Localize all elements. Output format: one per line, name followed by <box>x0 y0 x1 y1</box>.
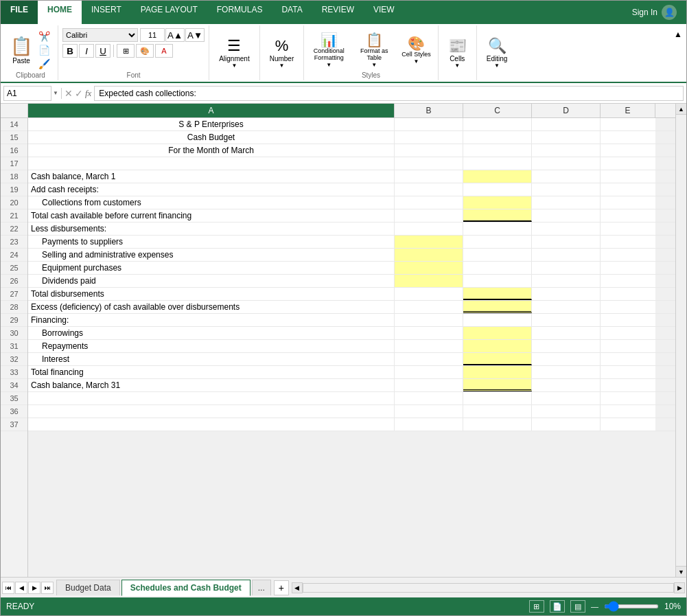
cell-c30[interactable] <box>463 327 532 339</box>
row-number-15[interactable]: 15 <box>1 131 27 144</box>
bold-btn[interactable]: B <box>62 44 78 58</box>
page-break-view-btn[interactable]: ▤ <box>570 600 585 613</box>
cell-a30[interactable]: Borrowings <box>28 327 395 339</box>
cell-a24[interactable]: Selling and administrative expenses <box>28 249 395 261</box>
add-sheet-btn[interactable]: + <box>274 580 289 595</box>
cell-a18[interactable]: Cash balance, March 1 <box>28 170 395 183</box>
format-painter-btn[interactable]: 🖌️ <box>36 58 52 70</box>
cell-c37[interactable] <box>463 418 532 431</box>
cell-d28[interactable] <box>532 301 601 313</box>
row-number-35[interactable]: 35 <box>1 392 27 405</box>
tab-formulas[interactable]: FORMULAS <box>207 1 272 24</box>
cell-d25[interactable] <box>532 262 601 274</box>
cell-a25[interactable]: Equipment purchases <box>28 262 395 274</box>
row-number-30[interactable]: 30 <box>1 327 27 340</box>
cell-e15[interactable] <box>601 131 655 144</box>
cell-b27[interactable] <box>395 288 463 300</box>
scroll-up-btn[interactable]: ▲ <box>676 104 686 115</box>
cell-a33[interactable]: Total financing <box>28 366 395 378</box>
row-number-18[interactable]: 18 <box>1 170 27 183</box>
cell-a14[interactable]: S & P Enterprises <box>28 118 395 130</box>
cell-b23[interactable] <box>395 236 463 248</box>
cell-e35[interactable] <box>601 392 655 404</box>
cell-e27[interactable] <box>601 288 655 300</box>
cell-a19[interactable]: Add cash receipts: <box>28 183 395 196</box>
col-header-b[interactable]: B <box>395 104 463 117</box>
cell-a26[interactable]: Dividends paid <box>28 275 395 287</box>
font-size-decrease-btn[interactable]: A▼ <box>185 28 205 42</box>
cell-a22[interactable]: Less disbursements: <box>28 223 395 235</box>
cell-a27[interactable]: Total disbursements <box>28 288 395 300</box>
cell-e26[interactable] <box>601 275 655 287</box>
cell-c25[interactable] <box>463 262 532 274</box>
cell-b18[interactable] <box>395 170 463 183</box>
cell-b28[interactable] <box>395 301 463 313</box>
cell-d14[interactable] <box>532 118 601 130</box>
cell-c27[interactable] <box>463 288 532 300</box>
cell-a21[interactable]: Total cash available before current fina… <box>28 209 395 222</box>
cell-b37[interactable] <box>395 418 463 431</box>
cell-b34[interactable] <box>395 379 463 391</box>
cell-e29[interactable] <box>601 314 655 326</box>
cell-e23[interactable] <box>601 236 655 248</box>
sheet-tab-ellipsis[interactable]: ... <box>252 580 271 595</box>
page-layout-view-btn[interactable]: 📄 <box>550 600 565 613</box>
cell-b36[interactable] <box>395 405 463 418</box>
ribbon-collapse-btn[interactable]: ▲ <box>673 28 684 41</box>
cell-c26[interactable] <box>463 275 532 287</box>
cell-c14[interactable] <box>463 118 532 130</box>
cell-d22[interactable] <box>532 223 601 235</box>
cell-e18[interactable] <box>601 170 655 183</box>
cell-c16[interactable] <box>463 144 532 157</box>
cell-b21[interactable] <box>395 209 463 222</box>
row-number-21[interactable]: 21 <box>1 209 27 223</box>
cell-c23[interactable] <box>463 236 532 248</box>
cell-b19[interactable] <box>395 183 463 196</box>
font-size-increase-btn[interactable]: A▲ <box>165 28 185 42</box>
formula-input[interactable] <box>94 86 684 101</box>
cell-e17[interactable] <box>601 157 655 170</box>
cell-styles-btn[interactable]: 🎨 Cell Styles ▼ <box>399 34 434 66</box>
cell-d35[interactable] <box>532 392 601 404</box>
cell-c36[interactable] <box>463 405 532 418</box>
h-scroll-left-btn[interactable]: ◀ <box>292 582 303 593</box>
cell-d20[interactable] <box>532 196 601 209</box>
cell-b33[interactable] <box>395 366 463 378</box>
cell-c33[interactable] <box>463 366 532 378</box>
cell-c31[interactable] <box>463 340 532 352</box>
cell-b15[interactable] <box>395 131 463 144</box>
tab-insert[interactable]: INSERT <box>82 1 131 24</box>
cell-d32[interactable] <box>532 353 601 365</box>
cell-b32[interactable] <box>395 353 463 365</box>
row-number-34[interactable]: 34 <box>1 379 27 392</box>
cell-e24[interactable] <box>601 249 655 261</box>
cell-b14[interactable] <box>395 118 463 130</box>
cell-c29[interactable] <box>463 314 532 326</box>
cell-a37[interactable] <box>28 418 395 431</box>
alignment-btn[interactable]: ☰ Alignment ▼ <box>213 34 255 71</box>
cell-d29[interactable] <box>532 314 601 326</box>
cell-a20[interactable]: Collections from customers <box>28 196 395 209</box>
cell-c32[interactable] <box>463 353 532 365</box>
cell-e21[interactable] <box>601 209 655 222</box>
cell-a31[interactable]: Repayments <box>28 340 395 352</box>
font-family-select[interactable]: Calibri <box>62 28 138 42</box>
cell-c35[interactable] <box>463 392 532 404</box>
row-number-22[interactable]: 22 <box>1 223 27 236</box>
cell-e33[interactable] <box>601 366 655 378</box>
cell-c22[interactable] <box>463 223 532 235</box>
font-color-btn[interactable]: A <box>155 44 173 58</box>
cell-d33[interactable] <box>532 366 601 378</box>
conditional-formatting-btn[interactable]: 📊 Conditional Formatting ▼ <box>308 30 349 69</box>
cell-e25[interactable] <box>601 262 655 274</box>
sheet-nav-next[interactable]: ▶ <box>28 582 40 594</box>
cell-d17[interactable] <box>532 157 601 170</box>
cell-b22[interactable] <box>395 223 463 235</box>
tab-file[interactable]: FILE <box>1 1 38 24</box>
cell-d34[interactable] <box>532 379 601 391</box>
row-number-37[interactable]: 37 <box>1 418 27 431</box>
cell-e28[interactable] <box>601 301 655 313</box>
cell-b29[interactable] <box>395 314 463 326</box>
cell-b30[interactable] <box>395 327 463 339</box>
cell-d27[interactable] <box>532 288 601 300</box>
